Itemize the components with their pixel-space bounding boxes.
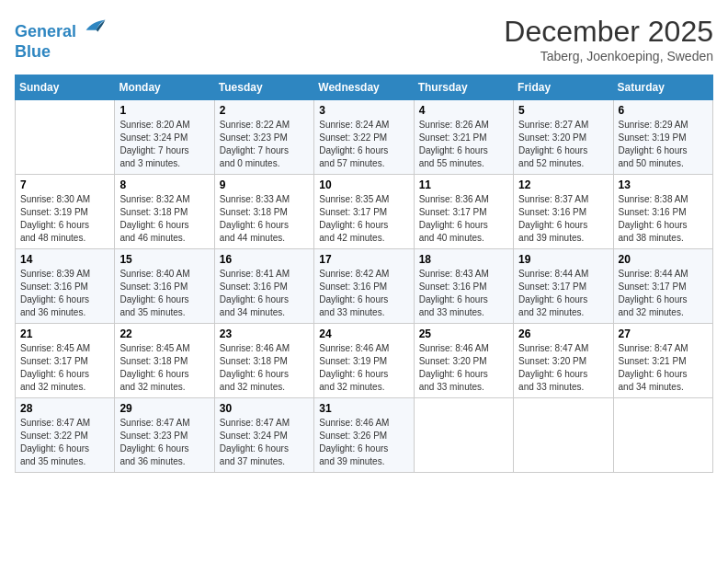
calendar-cell: 16Sunrise: 8:41 AM Sunset: 3:16 PM Dayli… (214, 249, 313, 324)
day-number: 6 (619, 104, 708, 117)
day-info: Sunrise: 8:44 AM Sunset: 3:17 PM Dayligh… (518, 268, 608, 319)
calendar-cell: 30Sunrise: 8:47 AM Sunset: 3:24 PM Dayli… (214, 398, 313, 473)
day-number: 5 (518, 104, 608, 117)
calendar-cell: 31Sunrise: 8:46 AM Sunset: 3:26 PM Dayli… (314, 398, 414, 473)
day-number: 20 (619, 253, 708, 266)
calendar-week-row: 1Sunrise: 8:20 AM Sunset: 3:24 PM Daylig… (16, 100, 713, 175)
day-number: 14 (20, 253, 109, 266)
day-number: 19 (518, 253, 608, 266)
day-info: Sunrise: 8:47 AM Sunset: 3:20 PM Dayligh… (518, 342, 608, 394)
day-number: 21 (20, 327, 109, 340)
header-wednesday: Wednesday (314, 75, 414, 100)
calendar-cell: 26Sunrise: 8:47 AM Sunset: 3:20 PM Dayli… (514, 324, 613, 398)
day-info: Sunrise: 8:46 AM Sunset: 3:19 PM Dayligh… (319, 342, 408, 394)
day-number: 2 (220, 104, 309, 117)
day-number: 31 (319, 402, 408, 415)
day-number: 7 (20, 178, 109, 191)
day-number: 16 (220, 253, 309, 266)
logo-bird-icon (85, 15, 107, 37)
calendar-cell (16, 100, 115, 175)
day-info: Sunrise: 8:47 AM Sunset: 3:23 PM Dayligh… (119, 417, 209, 468)
day-number: 11 (419, 178, 508, 191)
calendar-cell: 11Sunrise: 8:36 AM Sunset: 3:17 PM Dayli… (414, 175, 513, 249)
day-info: Sunrise: 8:46 AM Sunset: 3:20 PM Dayligh… (419, 342, 508, 394)
day-number: 29 (119, 402, 209, 415)
logo-subtext: Blue (15, 42, 107, 63)
calendar-cell: 12Sunrise: 8:37 AM Sunset: 3:16 PM Dayli… (514, 175, 613, 249)
day-info: Sunrise: 8:37 AM Sunset: 3:16 PM Dayligh… (518, 193, 608, 245)
day-info: Sunrise: 8:33 AM Sunset: 3:18 PM Dayligh… (220, 193, 309, 245)
day-info: Sunrise: 8:24 AM Sunset: 3:22 PM Dayligh… (319, 119, 408, 170)
day-number: 4 (419, 104, 508, 117)
calendar-cell: 17Sunrise: 8:42 AM Sunset: 3:16 PM Dayli… (314, 249, 414, 324)
day-info: Sunrise: 8:40 AM Sunset: 3:16 PM Dayligh… (119, 268, 209, 319)
header-thursday: Thursday (414, 75, 513, 100)
page-header: General Blue December 2025 Taberg, Joenk… (15, 15, 713, 63)
day-info: Sunrise: 8:36 AM Sunset: 3:17 PM Dayligh… (419, 193, 508, 245)
day-info: Sunrise: 8:27 AM Sunset: 3:20 PM Dayligh… (518, 119, 608, 170)
calendar-cell: 4Sunrise: 8:26 AM Sunset: 3:21 PM Daylig… (414, 100, 513, 175)
day-number: 17 (319, 253, 408, 266)
calendar-cell: 24Sunrise: 8:46 AM Sunset: 3:19 PM Dayli… (314, 324, 414, 398)
day-number: 1 (119, 104, 209, 117)
calendar-body: 1Sunrise: 8:20 AM Sunset: 3:24 PM Daylig… (16, 100, 713, 473)
day-info: Sunrise: 8:41 AM Sunset: 3:16 PM Dayligh… (220, 268, 309, 319)
day-number: 12 (518, 178, 608, 191)
calendar-cell: 18Sunrise: 8:43 AM Sunset: 3:16 PM Dayli… (414, 249, 513, 324)
day-info: Sunrise: 8:39 AM Sunset: 3:16 PM Dayligh… (20, 268, 109, 319)
calendar-week-row: 7Sunrise: 8:30 AM Sunset: 3:19 PM Daylig… (16, 175, 713, 249)
day-info: Sunrise: 8:46 AM Sunset: 3:26 PM Dayligh… (319, 417, 408, 468)
calendar-cell: 28Sunrise: 8:47 AM Sunset: 3:22 PM Dayli… (16, 398, 115, 473)
calendar-cell: 25Sunrise: 8:46 AM Sunset: 3:20 PM Dayli… (414, 324, 513, 398)
calendar-cell: 29Sunrise: 8:47 AM Sunset: 3:23 PM Dayli… (115, 398, 214, 473)
day-info: Sunrise: 8:47 AM Sunset: 3:22 PM Dayligh… (20, 417, 109, 468)
calendar-cell: 22Sunrise: 8:45 AM Sunset: 3:18 PM Dayli… (115, 324, 214, 398)
day-number: 18 (419, 253, 508, 266)
day-number: 10 (319, 178, 408, 191)
calendar-table: SundayMondayTuesdayWednesdayThursdayFrid… (15, 75, 713, 473)
day-number: 28 (20, 402, 109, 415)
header-friday: Friday (514, 75, 613, 100)
calendar-cell: 9Sunrise: 8:33 AM Sunset: 3:18 PM Daylig… (214, 175, 313, 249)
calendar-cell: 13Sunrise: 8:38 AM Sunset: 3:16 PM Dayli… (613, 175, 712, 249)
day-info: Sunrise: 8:20 AM Sunset: 3:24 PM Dayligh… (119, 119, 209, 170)
header-tuesday: Tuesday (214, 75, 313, 100)
day-info: Sunrise: 8:47 AM Sunset: 3:24 PM Dayligh… (220, 417, 309, 468)
calendar-cell (514, 398, 613, 473)
calendar-cell (414, 398, 513, 473)
calendar-cell: 14Sunrise: 8:39 AM Sunset: 3:16 PM Dayli… (16, 249, 115, 324)
day-info: Sunrise: 8:42 AM Sunset: 3:16 PM Dayligh… (319, 268, 408, 319)
header-saturday: Saturday (613, 75, 712, 100)
day-number: 3 (319, 104, 408, 117)
calendar-cell (613, 398, 712, 473)
calendar-week-row: 28Sunrise: 8:47 AM Sunset: 3:22 PM Dayli… (16, 398, 713, 473)
day-info: Sunrise: 8:46 AM Sunset: 3:18 PM Dayligh… (220, 342, 309, 394)
calendar-cell: 23Sunrise: 8:46 AM Sunset: 3:18 PM Dayli… (214, 324, 313, 398)
header-sunday: Sunday (16, 75, 115, 100)
day-number: 8 (119, 178, 209, 191)
day-info: Sunrise: 8:29 AM Sunset: 3:19 PM Dayligh… (619, 119, 708, 170)
day-info: Sunrise: 8:45 AM Sunset: 3:17 PM Dayligh… (20, 342, 109, 394)
day-number: 15 (119, 253, 209, 266)
calendar-cell: 6Sunrise: 8:29 AM Sunset: 3:19 PM Daylig… (613, 100, 712, 175)
calendar-cell: 7Sunrise: 8:30 AM Sunset: 3:19 PM Daylig… (16, 175, 115, 249)
logo-text: General (15, 15, 107, 42)
day-number: 24 (319, 327, 408, 340)
calendar-cell: 10Sunrise: 8:35 AM Sunset: 3:17 PM Dayli… (314, 175, 414, 249)
day-number: 26 (518, 327, 608, 340)
day-info: Sunrise: 8:32 AM Sunset: 3:18 PM Dayligh… (119, 193, 209, 245)
day-number: 22 (119, 327, 209, 340)
day-info: Sunrise: 8:26 AM Sunset: 3:21 PM Dayligh… (419, 119, 508, 170)
day-info: Sunrise: 8:30 AM Sunset: 3:19 PM Dayligh… (20, 193, 109, 245)
calendar-cell: 15Sunrise: 8:40 AM Sunset: 3:16 PM Dayli… (115, 249, 214, 324)
calendar-cell: 2Sunrise: 8:22 AM Sunset: 3:23 PM Daylig… (214, 100, 313, 175)
calendar-header-row: SundayMondayTuesdayWednesdayThursdayFrid… (16, 75, 713, 100)
day-info: Sunrise: 8:35 AM Sunset: 3:17 PM Dayligh… (319, 193, 408, 245)
day-info: Sunrise: 8:38 AM Sunset: 3:16 PM Dayligh… (619, 193, 708, 245)
day-number: 9 (220, 178, 309, 191)
calendar-cell: 5Sunrise: 8:27 AM Sunset: 3:20 PM Daylig… (514, 100, 613, 175)
day-info: Sunrise: 8:45 AM Sunset: 3:18 PM Dayligh… (119, 342, 209, 394)
calendar-cell: 21Sunrise: 8:45 AM Sunset: 3:17 PM Dayli… (16, 324, 115, 398)
day-info: Sunrise: 8:22 AM Sunset: 3:23 PM Dayligh… (220, 119, 309, 170)
calendar-week-row: 14Sunrise: 8:39 AM Sunset: 3:16 PM Dayli… (16, 249, 713, 324)
